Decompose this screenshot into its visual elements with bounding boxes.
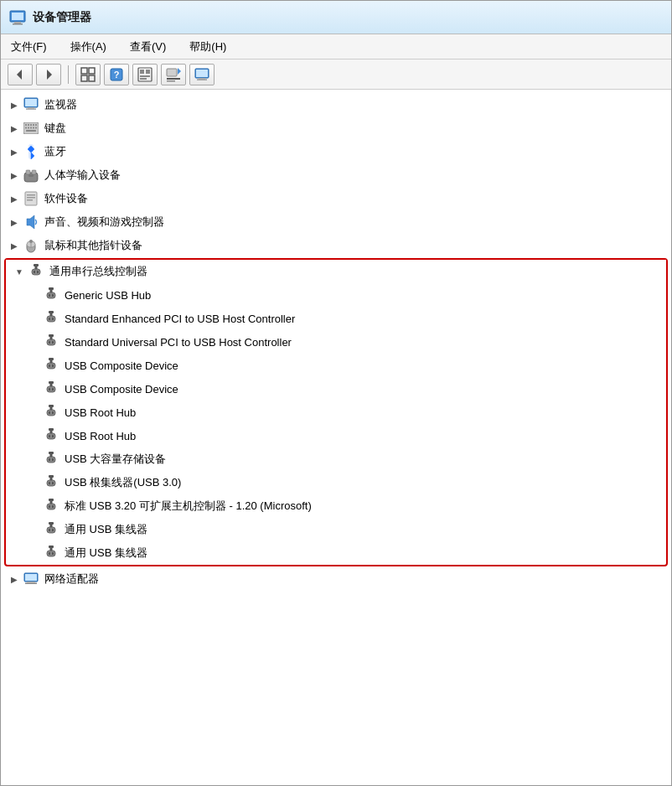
- svg-rect-45: [28, 174, 34, 177]
- tree-item-usb-root-hub-3[interactable]: USB 根集线器(USB 3.0): [6, 471, 666, 494]
- svg-rect-64: [52, 294, 54, 297]
- usb-child-icon-6: [43, 427, 59, 444]
- device-tree: ▶ 监视器 ▶: [1, 90, 671, 785]
- menu-file[interactable]: 文件(F): [8, 38, 50, 56]
- tree-item-audio[interactable]: ▶ 声音、视频和游戏控制器: [1, 210, 671, 234]
- forward-button[interactable]: [36, 64, 61, 85]
- update-button[interactable]: [161, 64, 186, 85]
- svg-rect-118: [49, 552, 50, 555]
- svg-rect-97: [47, 457, 55, 463]
- svg-rect-44: [32, 170, 36, 174]
- svg-rect-102: [47, 480, 55, 486]
- generic-usb-hub-2-label: 通用 USB 集线器: [65, 546, 147, 561]
- tree-item-usb-320-controller[interactable]: 标准 USB 3.20 可扩展主机控制器 - 1.20 (Microsoft): [6, 494, 666, 518]
- tree-item-std-enhanced-pci[interactable]: Standard Enhanced PCI to USB Host Contro…: [6, 307, 666, 330]
- svg-rect-67: [47, 316, 55, 322]
- mouse-icon: [23, 237, 39, 254]
- expand-icon-software: ▶: [8, 192, 21, 205]
- svg-rect-105: [49, 499, 54, 501]
- svg-rect-57: [32, 269, 40, 275]
- tree-item-generic-usb-hub-2[interactable]: 通用 USB 集线器: [6, 541, 666, 565]
- svg-rect-69: [52, 318, 54, 320]
- svg-rect-119: [52, 552, 54, 555]
- svg-rect-80: [49, 381, 54, 384]
- svg-rect-94: [52, 435, 54, 437]
- svg-rect-100: [49, 475, 54, 478]
- svg-rect-6: [81, 68, 87, 74]
- tree-item-usb-root-hub-1[interactable]: USB Root Hub: [6, 401, 666, 424]
- tree-item-bluetooth[interactable]: ▶ 蓝牙: [1, 140, 671, 163]
- svg-rect-22: [196, 70, 208, 77]
- svg-rect-20: [167, 80, 175, 82]
- svg-rect-88: [49, 411, 50, 414]
- device-view-button[interactable]: [75, 64, 101, 85]
- svg-rect-85: [49, 405, 54, 407]
- svg-rect-8: [81, 75, 87, 81]
- tree-item-usb-mass-storage[interactable]: USB 大容量存储设备: [6, 447, 666, 471]
- svg-rect-115: [49, 546, 54, 548]
- svg-rect-13: [140, 70, 144, 74]
- toolbar-separator-1: [68, 65, 69, 84]
- usb-child-icon-9: [43, 498, 59, 515]
- svg-rect-17: [167, 69, 177, 76]
- svg-rect-24: [197, 79, 207, 80]
- menu-help[interactable]: 帮助(H): [186, 38, 230, 56]
- tree-item-generic-usb-hub-1[interactable]: 通用 USB 集线器: [6, 518, 666, 541]
- tree-item-software[interactable]: ▶ 软件设备: [1, 187, 671, 210]
- tree-item-generic-usb-hub[interactable]: Generic USB Hub: [6, 283, 666, 307]
- tree-item-keyboard[interactable]: ▶ 键盘: [1, 116, 671, 140]
- device-manager-window: 设备管理器 文件(F) 操作(A) 查看(V) 帮助(H): [0, 0, 672, 786]
- svg-rect-121: [25, 574, 37, 581]
- svg-rect-55: [34, 264, 39, 266]
- svg-rect-77: [47, 363, 55, 369]
- svg-rect-59: [37, 271, 39, 273]
- toolbar: ?: [1, 59, 671, 90]
- svg-rect-35: [25, 127, 27, 129]
- svg-rect-93: [49, 435, 50, 437]
- expand-icon-usb: ▼: [13, 265, 26, 278]
- properties-button[interactable]: ?: [104, 64, 129, 85]
- svg-rect-75: [49, 358, 54, 360]
- usb-category-header[interactable]: ▼ 通用串行总线控制器: [6, 260, 666, 283]
- tree-item-usb-root-hub-2[interactable]: USB Root Hub: [6, 424, 666, 447]
- tree-item-hid[interactable]: ▶ 人体学输入设备: [1, 163, 671, 187]
- usb-child-icon-3: [43, 357, 59, 374]
- svg-rect-73: [49, 341, 50, 344]
- svg-rect-26: [25, 99, 37, 106]
- menu-action[interactable]: 操作(A): [67, 38, 110, 56]
- svg-rect-40: [26, 130, 36, 132]
- usb-child-icon-5: [43, 404, 59, 421]
- svg-rect-54: [29, 240, 33, 243]
- usb-category: ▼ 通用串行总线控制器: [4, 258, 668, 566]
- svg-rect-27: [28, 107, 34, 109]
- svg-rect-72: [47, 339, 55, 345]
- svg-rect-110: [49, 522, 54, 525]
- tree-item-monitor[interactable]: ▶ 监视器: [1, 93, 671, 116]
- tree-item-usb-composite-1[interactable]: USB Composite Device: [6, 354, 666, 377]
- svg-rect-37: [30, 127, 32, 129]
- svg-rect-113: [49, 529, 50, 531]
- svg-rect-109: [52, 505, 54, 508]
- tree-item-std-universal-pci[interactable]: Standard Universal PCI to USB Host Contr…: [6, 330, 666, 354]
- expand-icon-keyboard: ▶: [8, 122, 21, 135]
- tree-item-mouse[interactable]: ▶ 鼠标和其他指针设备: [1, 234, 671, 257]
- monitor-button[interactable]: [189, 64, 215, 85]
- svg-rect-123: [25, 583, 37, 585]
- svg-rect-95: [49, 452, 54, 454]
- network-icon: [23, 571, 39, 587]
- tree-item-network[interactable]: ▶ 网络适配器: [1, 567, 671, 591]
- usb-child-icon-1: [43, 310, 59, 327]
- menu-view[interactable]: 查看(V): [127, 38, 169, 56]
- usb-mass-storage-label: USB 大容量存储设备: [65, 452, 166, 467]
- hid-icon: [23, 167, 39, 184]
- hid-label: 人体学输入设备: [44, 168, 121, 183]
- resource-view-button[interactable]: [132, 64, 158, 85]
- svg-rect-98: [49, 458, 50, 461]
- svg-rect-30: [25, 124, 27, 126]
- usb-child-icon-11: [43, 545, 59, 561]
- svg-rect-38: [33, 127, 34, 129]
- software-label: 软件设备: [44, 191, 88, 206]
- tree-item-usb-composite-2[interactable]: USB Composite Device: [6, 377, 666, 401]
- back-button[interactable]: [8, 64, 33, 85]
- svg-rect-33: [33, 124, 34, 126]
